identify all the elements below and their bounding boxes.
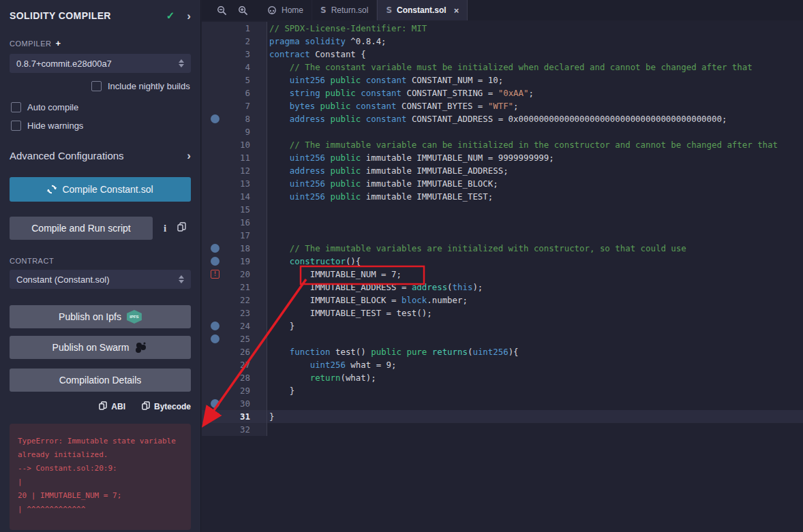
code-line[interactable]: 15 xyxy=(202,203,803,216)
gutter[interactable]: 19 xyxy=(202,255,267,268)
code-text[interactable]: } xyxy=(267,410,803,423)
code-text[interactable] xyxy=(267,229,803,242)
gutter[interactable]: 17 xyxy=(202,229,267,242)
copy-bytecode-icon[interactable] xyxy=(142,401,150,412)
gutter[interactable]: 1 xyxy=(202,22,267,35)
publish-swarm-button[interactable]: Publish on Swarm xyxy=(10,336,191,359)
code-text[interactable]: bytes public constant CONSTANT_BYTES = "… xyxy=(267,99,803,112)
bytecode-button[interactable]: Bytecode xyxy=(154,402,191,411)
code-line[interactable]: 19 constructor(){ xyxy=(202,255,803,268)
code-line[interactable]: 2pragma solidity ^0.8.4; xyxy=(202,35,803,48)
code-text[interactable]: } xyxy=(267,319,803,332)
code-text[interactable]: } xyxy=(267,384,803,397)
code-text[interactable] xyxy=(267,203,803,216)
hide-warnings-checkbox[interactable] xyxy=(11,121,21,131)
code-line[interactable]: 31} xyxy=(202,410,803,423)
gutter[interactable]: 27 xyxy=(202,358,267,371)
include-nightly-checkbox[interactable] xyxy=(91,81,102,91)
gutter[interactable]: 25 xyxy=(202,332,267,345)
close-tab-icon[interactable]: × xyxy=(454,5,459,16)
code-text[interactable]: function test() public pure returns(uint… xyxy=(267,345,803,358)
code-text[interactable]: string public constant CONSTANT_STRING =… xyxy=(267,87,803,99)
auto-compile-checkbox[interactable] xyxy=(11,102,21,112)
breakpoint-dot-icon[interactable] xyxy=(211,114,219,123)
advanced-configurations[interactable]: Advanced Configurations › xyxy=(10,150,191,161)
code-line[interactable]: 26 function test() public pure returns(u… xyxy=(202,345,803,358)
code-line[interactable]: 18 // The immutable variables are initia… xyxy=(202,242,803,255)
panel-chevron-right-icon[interactable]: › xyxy=(187,10,191,22)
code-text[interactable]: // SPDX-License-Identifier: MIT xyxy=(267,22,803,35)
publish-ipfs-button[interactable]: Publish on Ipfs IPFS xyxy=(10,305,191,328)
code-text[interactable]: // The immutable variable can be initial… xyxy=(267,138,803,151)
gutter[interactable]: 24 xyxy=(202,319,267,332)
compile-button[interactable]: Compile Constant.sol xyxy=(10,177,191,202)
gutter[interactable]: !20 xyxy=(202,268,267,281)
code-text[interactable]: // The constant variable must be initial… xyxy=(267,61,803,74)
code-line[interactable]: 11 uint256 public immutable IMMUTABLE_NU… xyxy=(202,151,803,164)
code-line[interactable]: 9 xyxy=(202,125,803,138)
contract-select[interactable]: Constant (Constant.sol) xyxy=(10,270,191,289)
breakpoint-dot-icon[interactable] xyxy=(211,244,219,253)
gutter[interactable]: 30 xyxy=(202,397,267,410)
breakpoint-dot-icon[interactable] xyxy=(211,322,219,330)
compiler-version-select[interactable]: 0.8.7+commit.e28d00a7 xyxy=(10,54,191,73)
code-line[interactable]: 24 } xyxy=(202,319,803,332)
code-text[interactable] xyxy=(267,423,803,436)
code-text[interactable]: address public constant CONSTANT_ADDRESS… xyxy=(267,112,803,125)
gutter[interactable]: 26 xyxy=(202,345,267,358)
code-line[interactable]: 28 return(what); xyxy=(202,371,803,384)
gutter[interactable]: 18 xyxy=(202,242,267,255)
gutter[interactable]: 13 xyxy=(202,177,267,190)
code-text[interactable]: IMMUTABLE_BLOCK = block.number; xyxy=(267,294,803,307)
gutter[interactable]: 22 xyxy=(202,294,267,307)
copy-abi-icon[interactable] xyxy=(99,401,107,412)
zoom-in-icon[interactable] xyxy=(238,5,248,16)
code-text[interactable]: uint256 public constant CONSTANT_NUM = 1… xyxy=(267,74,803,87)
tab-return-sol[interactable]: S Return.sol xyxy=(312,0,377,20)
code-line[interactable]: 16 xyxy=(202,216,803,229)
gutter[interactable]: 2 xyxy=(202,35,267,48)
code-text[interactable] xyxy=(267,397,803,410)
code-line[interactable]: 25 xyxy=(202,332,803,345)
gutter[interactable]: 7 xyxy=(202,99,267,112)
code-line[interactable]: 7 bytes public constant CONSTANT_BYTES =… xyxy=(202,99,803,112)
advanced-chevron-right-icon[interactable]: › xyxy=(187,150,191,161)
gutter[interactable]: 10 xyxy=(202,138,267,151)
gutter[interactable]: 6 xyxy=(202,87,267,99)
zoom-out-icon[interactable] xyxy=(217,5,227,16)
code-text[interactable]: IMMUTABLE_NUM = 7; xyxy=(267,268,803,281)
code-text[interactable]: uint256 public immutable IMMUTABLE_NUM =… xyxy=(267,151,803,164)
gutter[interactable]: 4 xyxy=(202,61,267,74)
gutter[interactable]: 15 xyxy=(202,203,267,216)
code-line[interactable]: 32 xyxy=(202,423,803,436)
code-line[interactable]: 13 uint256 public immutable IMMUTABLE_BL… xyxy=(202,177,803,190)
gutter[interactable]: 28 xyxy=(202,371,267,384)
code-text[interactable]: // The immutable variables are initializ… xyxy=(267,242,803,255)
abi-button[interactable]: ABI xyxy=(111,402,125,411)
gutter[interactable]: 11 xyxy=(202,151,267,164)
compilation-details-button[interactable]: Compilation Details xyxy=(10,369,191,392)
gutter[interactable]: 14 xyxy=(202,190,267,203)
code-line[interactable]: 23 IMMUTABLE_TEST = test(); xyxy=(202,307,803,319)
code-line[interactable]: 30 xyxy=(202,397,803,410)
code-text[interactable] xyxy=(267,216,803,229)
code-line[interactable]: 22 IMMUTABLE_BLOCK = block.number; xyxy=(202,294,803,307)
code-line[interactable]: 1// SPDX-License-Identifier: MIT xyxy=(202,22,803,35)
code-text[interactable] xyxy=(267,125,803,138)
gutter[interactable]: 23 xyxy=(202,307,267,319)
gutter[interactable]: 12 xyxy=(202,164,267,177)
compile-and-run-button[interactable]: Compile and Run script xyxy=(10,217,153,240)
breakpoint-dot-icon[interactable] xyxy=(211,257,219,266)
code-text[interactable]: contract Constant { xyxy=(267,48,803,61)
tab-home[interactable]: Home xyxy=(259,0,312,20)
tab-constant-sol[interactable]: S Constant.sol × xyxy=(377,0,468,20)
gutter[interactable]: 3 xyxy=(202,48,267,61)
gutter[interactable]: 32 xyxy=(202,423,267,436)
copy-icon[interactable] xyxy=(177,222,186,234)
gutter[interactable]: 21 xyxy=(202,281,267,294)
code-text[interactable]: return(what); xyxy=(267,371,803,384)
add-compiler-icon[interactable]: + xyxy=(55,38,61,48)
code-line[interactable]: 6 string public constant CONSTANT_STRING… xyxy=(202,87,803,99)
code-line[interactable]: 17 xyxy=(202,229,803,242)
gutter[interactable]: 9 xyxy=(202,125,267,138)
